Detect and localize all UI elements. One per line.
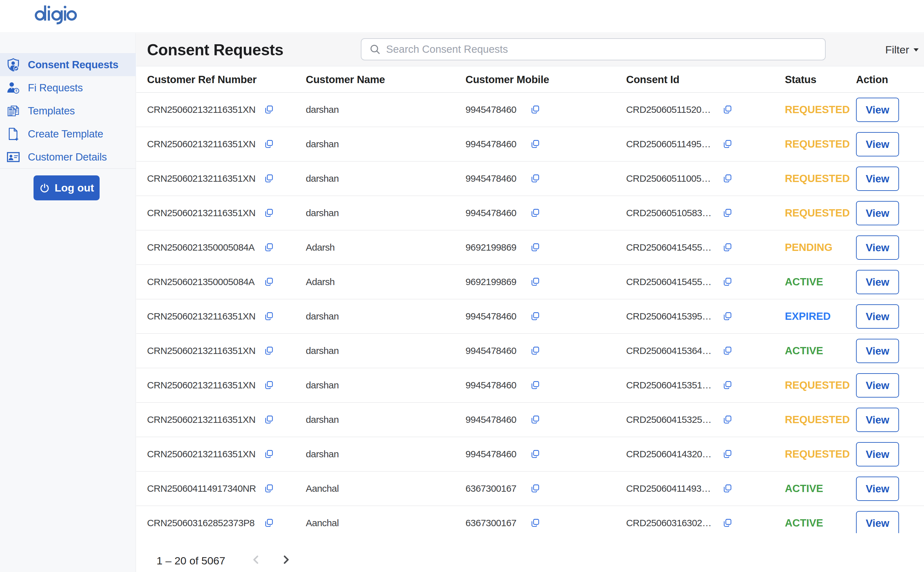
view-button[interactable]: View xyxy=(856,442,899,466)
view-button[interactable]: View xyxy=(856,270,899,294)
copy-consent-id-button[interactable] xyxy=(723,105,732,114)
person-coin-icon: ₹ xyxy=(7,82,20,94)
table-row: CRN250602132116351XN darshan 9945478460 … xyxy=(136,368,924,403)
view-button[interactable]: View xyxy=(856,235,899,260)
status-badge: ACTIVE xyxy=(785,506,823,533)
copy-consent-id-button[interactable] xyxy=(723,484,732,493)
customer-ref-number-cell: CRN250602132116351XN xyxy=(147,162,256,196)
sidebar-item-customer-details[interactable]: Customer Details xyxy=(0,145,136,168)
sidebar-item-fi-requests[interactable]: ₹ Fi Requests xyxy=(0,76,136,99)
pagination: 1 – 20 of 5067 xyxy=(136,533,924,572)
copy-mobile-button[interactable] xyxy=(530,518,540,528)
copy-ref-number-button[interactable] xyxy=(264,208,274,218)
copy-mobile-button[interactable] xyxy=(530,449,540,459)
view-button[interactable]: View xyxy=(856,373,899,398)
view-button[interactable]: View xyxy=(856,408,899,432)
copy-icon xyxy=(530,174,540,183)
customer-ref-number-cell: CRN250602132116351XN xyxy=(147,403,256,437)
copy-mobile-button[interactable] xyxy=(530,346,540,356)
view-button[interactable]: View xyxy=(856,201,899,225)
customer-mobile-cell: 9945478460 xyxy=(466,403,516,437)
copy-consent-id-button[interactable] xyxy=(723,415,732,424)
copy-ref-number-button[interactable] xyxy=(264,312,274,321)
copy-ref-number-button[interactable] xyxy=(264,105,274,114)
copy-ref-number-button[interactable] xyxy=(264,381,274,390)
copy-consent-id-button[interactable] xyxy=(723,518,732,528)
copy-consent-id-button[interactable] xyxy=(723,208,732,218)
previous-page-button[interactable] xyxy=(249,553,263,567)
view-button[interactable]: View xyxy=(856,477,899,501)
view-button[interactable]: View xyxy=(856,511,899,533)
filter-dropdown[interactable]: Filter xyxy=(885,33,919,66)
copy-consent-id-button[interactable] xyxy=(723,449,732,459)
copy-consent-id-button[interactable] xyxy=(723,139,732,149)
copy-icon xyxy=(264,415,274,424)
sidebar-item-consent-requests[interactable]: Consent Requests xyxy=(0,53,136,76)
page-title: Consent Requests xyxy=(147,33,284,66)
customer-ref-number-cell: CRN250604114917340NR xyxy=(147,471,256,506)
customer-mobile-cell: 6367300167 xyxy=(466,471,516,506)
consent-id-cell: CRD25060511005… xyxy=(626,162,711,196)
view-button[interactable]: View xyxy=(856,304,899,329)
table-row: CRN250602132116351XN darshan 9945478460 … xyxy=(136,196,924,230)
copy-consent-id-button[interactable] xyxy=(723,243,732,252)
table-row: CRN2506021350005084A Adarsh 9692199869 C… xyxy=(136,230,924,265)
logout-button[interactable]: Log out xyxy=(34,176,100,201)
copy-mobile-button[interactable] xyxy=(530,277,540,287)
copy-consent-id-button[interactable] xyxy=(723,346,732,356)
copy-ref-number-button[interactable] xyxy=(264,243,274,252)
copy-mobile-button[interactable] xyxy=(530,208,540,218)
column-header-customer-ref-number: Customer Ref Number xyxy=(147,66,256,93)
sidebar-item-templates[interactable]: Templates xyxy=(0,99,136,122)
search-input[interactable] xyxy=(386,43,816,55)
customer-name-cell: darshan xyxy=(306,334,339,368)
copy-ref-number-button[interactable] xyxy=(264,277,274,287)
consent-id-cell: CRD25060510583… xyxy=(626,196,712,230)
copy-mobile-button[interactable] xyxy=(530,415,540,424)
customer-name-cell: darshan xyxy=(306,162,339,196)
digio-logo xyxy=(35,4,77,25)
main-content: Consent Requests Filter Customer Ref Num… xyxy=(136,33,924,572)
copy-icon xyxy=(264,174,274,183)
copy-ref-number-button[interactable] xyxy=(264,346,274,356)
table-row: CRN250604114917340NR Aanchal 6367300167 … xyxy=(136,471,924,506)
copy-ref-number-button[interactable] xyxy=(264,174,274,183)
view-button[interactable]: View xyxy=(856,166,899,191)
nav-item-icon xyxy=(7,150,20,164)
copy-consent-id-button[interactable] xyxy=(723,277,732,287)
copy-ref-number-button[interactable] xyxy=(264,415,274,424)
copy-mobile-button[interactable] xyxy=(530,484,540,493)
sidebar-item-label: Consent Requests xyxy=(28,59,118,71)
copy-icon xyxy=(530,484,540,493)
next-page-button[interactable] xyxy=(279,553,293,567)
copy-icon xyxy=(530,312,540,321)
customer-ref-number-cell: CRN250602132116351XN xyxy=(147,127,256,161)
table-row: CRN250602132116351XN darshan 9945478460 … xyxy=(136,299,924,334)
copy-consent-id-button[interactable] xyxy=(723,312,732,321)
copy-ref-number-button[interactable] xyxy=(264,518,274,528)
copy-mobile-button[interactable] xyxy=(530,174,540,183)
copy-ref-number-button[interactable] xyxy=(264,484,274,493)
copy-mobile-button[interactable] xyxy=(530,139,540,149)
view-button[interactable]: View xyxy=(856,339,899,363)
filter-label: Filter xyxy=(885,44,909,56)
copy-mobile-button[interactable] xyxy=(530,381,540,390)
copy-ref-number-button[interactable] xyxy=(264,139,274,149)
copy-consent-id-button[interactable] xyxy=(723,381,732,390)
sidebar-nav: Consent Requests ₹ Fi Requests Templates… xyxy=(0,53,136,168)
copy-mobile-button[interactable] xyxy=(530,243,540,252)
status-badge: REQUESTED xyxy=(785,403,850,437)
copy-mobile-button[interactable] xyxy=(530,105,540,114)
copy-consent-id-button[interactable] xyxy=(723,174,732,183)
copy-icon xyxy=(530,381,540,390)
customer-mobile-cell: 6367300167 xyxy=(466,506,516,533)
chevron-left-icon xyxy=(249,553,263,567)
sidebar-item-create-template[interactable]: Create Template xyxy=(0,122,136,145)
copy-mobile-button[interactable] xyxy=(530,312,540,321)
view-button[interactable]: View xyxy=(856,132,899,157)
copy-ref-number-button[interactable] xyxy=(264,449,274,459)
copy-icon xyxy=(530,139,540,149)
view-button[interactable]: View xyxy=(856,98,899,122)
copy-icon xyxy=(264,208,274,218)
customer-mobile-cell: 9945478460 xyxy=(466,437,516,471)
